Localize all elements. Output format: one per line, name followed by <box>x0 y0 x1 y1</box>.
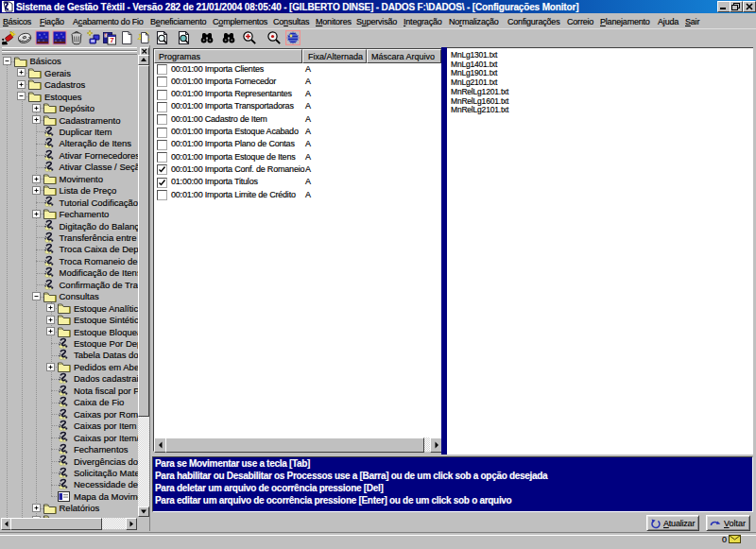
svg-text:7: 7 <box>110 36 114 44</box>
